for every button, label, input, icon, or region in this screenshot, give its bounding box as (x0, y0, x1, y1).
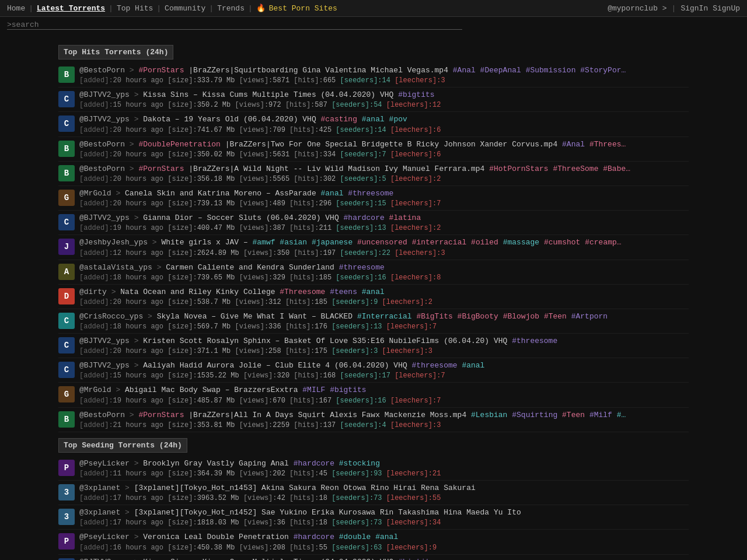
torrent-username[interactable]: @astalaVista_yps (79, 263, 152, 272)
torrent-meta: [added]:18 hours ago [size]:739.65 Mb [v… (79, 274, 689, 282)
torrent-item[interactable]: B@BestoPorn > #PornStars |BraZZers|A Wil… (58, 162, 689, 186)
torrent-content: @MrGold > Abigail Mac Body Swap – Brazze… (79, 385, 689, 404)
nav-signin[interactable]: SignIn (680, 4, 708, 13)
nav-trends[interactable]: Trends (217, 4, 245, 13)
torrent-username[interactable]: @BJTVV2_yps (79, 214, 130, 222)
torrent-item[interactable]: C@BJTVV2_yps > Kissa Sins – Kissa Cums M… (58, 555, 689, 560)
torrent-username[interactable]: @CrisRocco_yps (79, 312, 143, 321)
torrent-username[interactable]: @BJTVV2_yps (79, 90, 130, 99)
nav-latest[interactable]: Latest Torrents (37, 4, 105, 13)
torrent-title-text[interactable]: Kristen Scott Rosalyn Sphinx – Basket Of… (143, 337, 507, 345)
torrent-meta: [added]:19 hours ago [size]:485.87 Mb [v… (79, 397, 689, 405)
torrent-meta: [added]:20 hours ago [size]:371.1 Mb [vi… (79, 347, 689, 355)
torrent-username[interactable]: @PseyLicker (79, 533, 130, 541)
torrent-item[interactable]: 3@3xplanet > [3xplanet][Tokyo_Hot_n1453]… (58, 481, 689, 505)
torrent-item[interactable]: D@dirty > Nata Ocean and Riley Kinky Col… (58, 285, 689, 309)
avatar: D (58, 288, 75, 304)
torrent-content: @3xplanet > [3xplanet][Tokyo_Hot_n1453] … (79, 483, 689, 502)
main-content: Top Hits Torrents (24h)B@BestoPorn > #Po… (0, 33, 747, 560)
torrent-title: @BJTVV2_yps > Kissa Sins – Kissa Cums Mu… (79, 557, 689, 560)
torrent-username[interactable]: @BestoPorn (79, 411, 125, 419)
torrent-title-text[interactable]: Nata Ocean and Riley Kinky College (120, 288, 275, 296)
torrent-meta: [added]:15 hours ago [size]:350.2 Mb [vi… (79, 101, 689, 109)
torrent-item[interactable]: B@BestoPorn > #DoublePenetration |BraZZe… (58, 137, 689, 162)
torrent-item[interactable]: J@JeshbyJesh_yps > White girls x JAV – #… (58, 235, 689, 260)
torrent-title-text[interactable]: Dakota – 19 Years Old (06.04.2020) VHQ (143, 115, 316, 124)
nav-community[interactable]: Community (165, 4, 205, 13)
nav-home[interactable]: Home (7, 4, 25, 13)
torrent-username[interactable]: @MrGold (79, 189, 111, 198)
torrent-username[interactable]: @JeshbyJesh_yps (79, 238, 148, 247)
torrent-username[interactable]: @BestoPorn (79, 140, 125, 149)
torrent-title-text[interactable]: |BraZZers|Squirtboarding (189, 66, 298, 75)
torrent-title-text[interactable]: [3xplanet][Tokyo_Hot_n1452] Sae Yukino E… (134, 508, 521, 517)
torrent-username[interactable]: @MrGold (79, 386, 111, 394)
torrent-content: @BestoPorn > #PornStars |BraZZers|All In… (79, 410, 689, 429)
avatar: A (58, 264, 75, 280)
nav-user[interactable]: @mypornclub > (608, 4, 666, 13)
torrent-item[interactable]: G@MrGold > Canela Skin and Katrina Moren… (58, 186, 689, 211)
tag[interactable]: #DoublePenetration (138, 140, 220, 149)
torrent-username[interactable]: @BestoPorn (79, 164, 125, 173)
torrent-title-text[interactable]: Gianna Dior – Soccer Sluts (06.04.2020) … (143, 214, 338, 222)
torrent-meta: [added]:20 hours ago [size]:741.67 Mb [v… (79, 126, 689, 134)
nav-bestporn[interactable]: Best Porn Sites (269, 4, 337, 13)
avatar: G (58, 190, 75, 206)
torrent-username[interactable]: @dirty (79, 288, 107, 296)
torrent-title-text[interactable]: |BraZZers|All In A Days Squirt (189, 411, 325, 419)
torrent-meta: [added]:20 hours ago [size]:333.79 Mb [v… (79, 76, 689, 85)
torrent-meta: [added]:20 hours ago [size]:538.7 Mb [vi… (79, 298, 689, 306)
torrent-username[interactable]: @BJTVV2_yps (79, 115, 130, 124)
torrent-title: @BestoPorn > #PornStars |BraZZers|Squirt… (79, 65, 689, 76)
torrent-meta: [added]:11 hours ago [size]:364.39 Mb [v… (79, 470, 689, 478)
torrent-meta: [added]:17 hours ago [size]:1818.03 Mb [… (79, 519, 689, 527)
torrent-item[interactable]: C@BJTVV2_yps > Aaliyah Hadid Aurora Joli… (58, 358, 689, 383)
torrent-item[interactable]: C@BJTVV2_yps > Gianna Dior – Soccer Slut… (58, 211, 689, 235)
torrent-username[interactable]: @BestoPorn (79, 66, 125, 75)
torrent-username[interactable]: @BJTVV2_yps (79, 361, 130, 370)
tag[interactable]: #PornStars (138, 164, 184, 173)
torrent-item[interactable]: B@BestoPorn > #PornStars |BraZZers|All I… (58, 408, 689, 432)
torrent-title-text[interactable]: |BraZZers|A Wild Night (189, 164, 289, 173)
torrent-title-text[interactable]: Carmen Caliente and Kendra Sunderland (166, 263, 334, 272)
torrent-title-text[interactable]: Canela Skin and Katrina Moreno – AssPara… (125, 189, 316, 198)
torrent-title-text[interactable]: Aaliyah Hadid Aurora Jolie – Club Elite … (143, 361, 407, 370)
torrent-title-text[interactable]: [3xplanet][Tokyo_Hot_n1453] Akina Sakura… (134, 484, 476, 492)
nav-tophits[interactable]: Top Hits (117, 4, 153, 13)
torrent-title-text[interactable]: Veronica Leal Double Penetration (143, 533, 289, 541)
torrent-item[interactable]: A@astalaVista_yps > Carmen Caliente and … (58, 260, 689, 285)
torrent-title: @dirty > Nata Ocean and Riley Kinky Coll… (79, 287, 689, 298)
torrent-item[interactable]: 3@3xplanet > [3xplanet][Tokyo_Hot_n1452]… (58, 505, 689, 530)
torrent-username[interactable]: @BJTVV2_yps (79, 558, 130, 560)
torrent-item[interactable]: C@CrisRocco_yps > Skyla Novea – Give Me … (58, 309, 689, 334)
torrent-title-text[interactable]: Kissa Sins – Kissa Cums Multiple Times (… (143, 558, 393, 560)
torrent-content: @PseyLicker > Veronica Leal Double Penet… (79, 532, 689, 551)
torrent-item[interactable]: C@BJTVV2_yps > Kissa Sins – Kissa Cums M… (58, 88, 689, 112)
torrent-item[interactable]: C@BJTVV2_yps > Dakota – 19 Years Old (06… (58, 112, 689, 136)
torrent-title-text[interactable]: |BraZZers|Two For One Special (225, 140, 357, 149)
search-bar (0, 17, 747, 33)
torrent-title-text[interactable]: Skyla Novea – Give Me What I Want – BLAC… (157, 312, 352, 321)
torrent-username[interactable]: @3xplanet (79, 484, 120, 492)
torrent-title-text[interactable]: Abigail Mac Body Swap – BrazzersExxtra (125, 386, 298, 394)
search-input[interactable] (7, 20, 462, 30)
torrent-content: @astalaVista_yps > Carmen Caliente and K… (79, 262, 689, 282)
torrent-username[interactable]: @3xplanet (79, 508, 120, 517)
torrent-username[interactable]: @BJTVV2_yps (79, 337, 130, 345)
torrent-item[interactable]: P@PseyLicker > Brooklyn Gray Vastly Gapi… (58, 456, 689, 481)
nav-signup[interactable]: SignUp (713, 4, 740, 13)
torrent-content: @BJTVV2_yps > Kissa Sins – Kissa Cums Mu… (79, 90, 689, 109)
torrent-content: @3xplanet > [3xplanet][Tokyo_Hot_n1452] … (79, 508, 689, 527)
torrent-username[interactable]: @PseyLicker (79, 459, 130, 468)
torrent-item[interactable]: C@BJTVV2_yps > Kristen Scott Rosalyn Sph… (58, 334, 689, 358)
torrent-item[interactable]: P@PseyLicker > Veronica Leal Double Pene… (58, 530, 689, 554)
torrent-title-text[interactable]: Brooklyn Gray Vastly Gaping Anal (143, 459, 289, 468)
avatar: C (58, 91, 75, 107)
torrent-content: @dirty > Nata Ocean and Riley Kinky Coll… (79, 287, 689, 306)
tag[interactable]: #PornStars (138, 411, 184, 419)
torrent-item[interactable]: B@BestoPorn > #PornStars |BraZZers|Squir… (58, 63, 689, 88)
torrent-title-text[interactable]: Kissa Sins – Kissa Cums Multiple Times (… (143, 90, 393, 99)
torrent-title-text[interactable]: White girls x JAV – (161, 238, 247, 247)
tag[interactable]: #PornStars (138, 66, 184, 75)
torrent-item[interactable]: G@MrGold > Abigail Mac Body Swap – Brazz… (58, 383, 689, 407)
